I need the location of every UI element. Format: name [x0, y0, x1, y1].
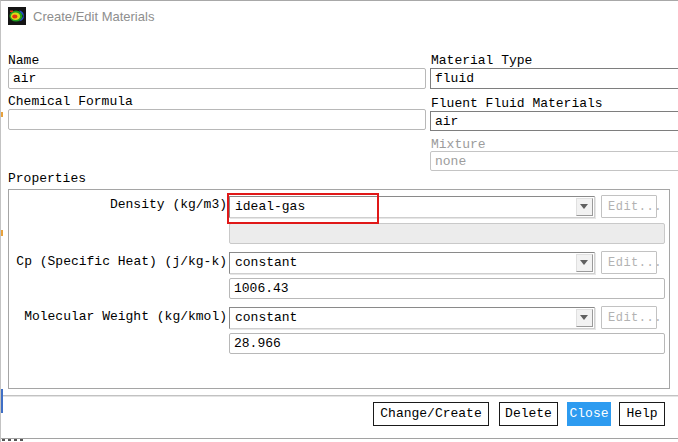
window-bottom-edge — [1, 438, 678, 439]
material-type-input[interactable] — [430, 68, 678, 89]
screen-artifact — [2, 439, 24, 441]
chevron-down-icon — [576, 254, 593, 272]
title-bar: Create/Edit Materials — [1, 1, 678, 33]
density-method-dropdown[interactable]: ideal-gas — [229, 196, 595, 218]
chemical-formula-input[interactable] — [8, 109, 426, 130]
mixture-label: Mixture — [431, 137, 486, 152]
chevron-down-icon — [576, 309, 593, 327]
molecular-weight-value-field[interactable] — [229, 333, 665, 354]
window-title: Create/Edit Materials — [33, 9, 154, 24]
screen-artifact — [1, 112, 3, 117]
name-input[interactable] — [8, 68, 426, 89]
fluent-fluid-materials-input[interactable] — [430, 111, 678, 131]
density-label: Density (kg/m3) — [13, 197, 227, 212]
molecular-weight-label: Molecular Weight (kg/kmol) — [13, 309, 227, 324]
delete-button[interactable]: Delete — [499, 402, 558, 426]
name-label: Name — [8, 53, 39, 68]
create-edit-materials-dialog: Create/Edit Materials Name Chemical Form… — [0, 0, 678, 442]
cp-method-value: constant — [235, 255, 297, 270]
fluent-logo-icon — [8, 7, 26, 25]
cp-edit-button: Edit... — [601, 251, 657, 274]
molecular-weight-method-value: constant — [235, 310, 297, 325]
molecular-weight-edit-button: Edit... — [601, 306, 657, 329]
mixture-input — [430, 151, 678, 171]
fluent-fluid-materials-label: Fluent Fluid Materials — [431, 96, 603, 111]
cp-method-dropdown[interactable]: constant — [229, 252, 595, 274]
cp-label: Cp (Specific Heat) (j/kg-k) — [13, 254, 227, 269]
cp-value-field[interactable] — [229, 278, 665, 299]
material-type-label: Material Type — [431, 53, 532, 68]
close-button[interactable]: Close — [567, 402, 611, 426]
density-value-field — [229, 223, 665, 244]
screen-artifact — [1, 230, 3, 236]
footer-separator — [1, 395, 678, 397]
change-create-button[interactable]: Change/Create — [373, 402, 489, 426]
chevron-down-icon — [576, 198, 593, 216]
screen-artifact — [1, 389, 3, 413]
density-edit-button: Edit... — [601, 195, 657, 218]
chemical-formula-label: Chemical Formula — [8, 94, 133, 109]
density-method-value: ideal-gas — [235, 199, 305, 214]
help-button[interactable]: Help — [619, 402, 665, 426]
molecular-weight-method-dropdown[interactable]: constant — [229, 307, 595, 329]
properties-section-label: Properties — [8, 171, 86, 186]
